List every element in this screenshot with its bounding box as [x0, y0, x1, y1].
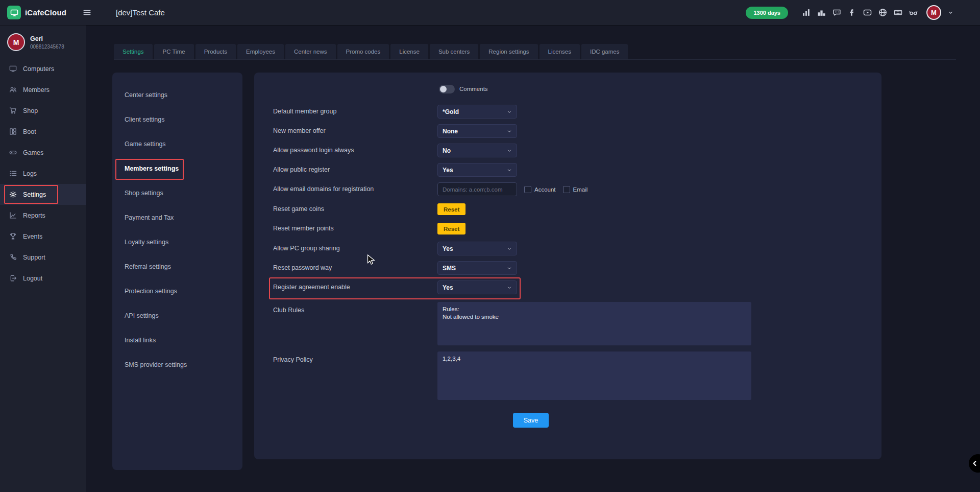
- phone-icon: [9, 253, 17, 261]
- settings-nav-members-settings[interactable]: Members settings: [112, 156, 242, 181]
- select-value: None: [443, 128, 458, 135]
- logout-icon: [9, 274, 17, 282]
- sidebar-user-avatar: M: [7, 33, 25, 51]
- tab-center-news[interactable]: Center news: [285, 44, 336, 59]
- sidebar-item-label: Events: [23, 233, 42, 240]
- settings-nav-shop-settings[interactable]: Shop settings: [112, 181, 242, 205]
- allow-password-login-always-select[interactable]: No: [437, 144, 517, 157]
- podium-icon[interactable]: [817, 8, 826, 17]
- globe-icon[interactable]: [878, 8, 887, 17]
- comments-toggle-label: Comments: [459, 86, 488, 92]
- settings-nav-api-settings[interactable]: API settings: [112, 303, 242, 328]
- email-checkbox[interactable]: [563, 186, 570, 193]
- facebook-icon[interactable]: [848, 8, 856, 17]
- sidebar-item-label: Boot: [23, 128, 36, 135]
- field-label: Register agreement enable: [273, 279, 437, 296]
- tab-products[interactable]: Products: [195, 44, 236, 59]
- stats-icon[interactable]: [802, 8, 811, 17]
- chevron-down-icon: [507, 285, 512, 290]
- allow-public-register-select[interactable]: Yes: [437, 163, 517, 177]
- settings-nav-referral-settings[interactable]: Referral settings: [112, 254, 242, 279]
- sidebar-item-settings[interactable]: Settings: [0, 184, 86, 205]
- sidebar-item-reports[interactable]: Reports: [0, 205, 86, 226]
- new-member-offer-row: New member offerNone: [273, 123, 861, 139]
- new-member-offer-select[interactable]: None: [437, 124, 517, 138]
- field-label: Privacy Policy: [273, 352, 437, 368]
- settings-nav-center-settings[interactable]: Center settings: [112, 83, 242, 107]
- tab-promo-codes[interactable]: Promo codes: [337, 44, 389, 59]
- account-checkbox[interactable]: [524, 186, 531, 193]
- youtube-icon[interactable]: [863, 8, 872, 17]
- app-brand[interactable]: iCafeCloud: [0, 6, 77, 19]
- glasses-icon[interactable]: [909, 8, 918, 17]
- field-label: Allow email domains for registration: [273, 181, 437, 198]
- allow-email-domains-for-registration-input[interactable]: [437, 182, 517, 196]
- sidebar-item-shop[interactable]: Shop: [0, 100, 86, 121]
- chat-icon[interactable]: [832, 8, 841, 17]
- comments-toggle[interactable]: [439, 85, 455, 93]
- privacy-policy-row: Privacy Policy1,2,3,4: [273, 352, 861, 400]
- sidebar-item-events[interactable]: Events: [0, 226, 86, 247]
- tab-idc-games[interactable]: IDC games: [581, 44, 628, 59]
- gear-icon: [9, 191, 17, 198]
- allow-password-login-always-row: Allow password login alwaysNo: [273, 142, 861, 159]
- privacy-policy-textarea[interactable]: 1,2,3,4: [437, 352, 751, 400]
- reset-member-points-button[interactable]: Reset: [437, 223, 465, 235]
- reset-game-coins-button[interactable]: Reset: [437, 203, 465, 215]
- club-rules-textarea[interactable]: Rules: Not allowed to smoke: [437, 302, 751, 345]
- tab-employees[interactable]: Employees: [237, 44, 284, 59]
- cart-icon: [9, 107, 17, 114]
- sidebar-item-support[interactable]: Support: [0, 247, 86, 268]
- sidebar-item-logs[interactable]: Logs: [0, 163, 86, 184]
- reset-member-points-row: Reset member pointsReset: [273, 220, 861, 237]
- user-id: 008812345678: [30, 44, 64, 50]
- allow-pc-group-sharing-select[interactable]: Yes: [437, 242, 517, 255]
- register-agreement-enable-row: Register agreement enableYes: [273, 279, 861, 296]
- tab-license[interactable]: License: [390, 44, 428, 59]
- field-label: Allow password login always: [273, 142, 437, 159]
- tab-bar: SettingsPC TimeProductsEmployeesCenter n…: [114, 44, 956, 60]
- settings-nav-client-settings[interactable]: Client settings: [112, 107, 242, 132]
- user-avatar[interactable]: M: [926, 5, 941, 20]
- settings-nav-protection-settings[interactable]: Protection settings: [112, 279, 242, 303]
- chevron-down-icon: [507, 129, 512, 134]
- default-member-group-select[interactable]: *Gold: [437, 105, 517, 119]
- tab-region-settings[interactable]: Region settings: [480, 44, 537, 59]
- register-agreement-enable-select[interactable]: Yes: [437, 280, 517, 294]
- topbar-actions: 1300 days M: [746, 5, 980, 20]
- tab-sub-centers[interactable]: Sub centers: [430, 44, 478, 59]
- gamepad-icon: [9, 149, 17, 156]
- save-button[interactable]: Save: [513, 413, 549, 428]
- select-value: Yes: [443, 245, 453, 252]
- sidebar-item-label: Logout: [23, 275, 42, 282]
- settings-nav-sms-provider-settings[interactable]: SMS provider settings: [112, 353, 242, 377]
- club-rules-row: Club RulesRules: Not allowed to smoke: [273, 302, 861, 345]
- allow-public-register-row: Allow public registerYes: [273, 161, 861, 178]
- subscription-days-badge[interactable]: 1300 days: [746, 7, 788, 19]
- sidebar-item-boot[interactable]: Boot: [0, 121, 86, 142]
- sidebar-item-members[interactable]: Members: [0, 79, 86, 100]
- keyboard-icon[interactable]: [894, 8, 902, 17]
- reset-password-way-select[interactable]: SMS: [437, 261, 517, 275]
- reset-game-coins-row: Reset game coinsReset: [273, 201, 861, 218]
- field-label: Default member group: [273, 103, 437, 120]
- toggle-knob: [440, 86, 447, 92]
- sidebar-item-logout[interactable]: Logout: [0, 268, 86, 289]
- select-value: Yes: [443, 167, 453, 174]
- tab-pc-time[interactable]: PC Time: [154, 44, 194, 59]
- sidebar-item-computers[interactable]: Computers: [0, 58, 86, 79]
- sidebar-user-card[interactable]: M Geri 008812345678: [0, 25, 86, 58]
- sidebar-item-label: Support: [23, 254, 45, 261]
- field-label: Allow public register: [273, 161, 437, 178]
- tab-settings[interactable]: Settings: [114, 44, 153, 59]
- tab-licenses[interactable]: Licenses: [540, 44, 580, 59]
- menu-toggle-icon[interactable]: [83, 8, 91, 17]
- settings-nav-loyalty-settings[interactable]: Loyalty settings: [112, 230, 242, 254]
- sidebar-item-games[interactable]: Games: [0, 142, 86, 163]
- settings-nav-payment-and-tax[interactable]: Payment and Tax: [112, 205, 242, 230]
- settings-nav-install-links[interactable]: Install links: [112, 328, 242, 353]
- field-label: New member offer: [273, 123, 437, 139]
- main-content: SettingsPC TimeProductsEmployeesCenter n…: [86, 25, 980, 492]
- settings-nav-game-settings[interactable]: Game settings: [112, 132, 242, 156]
- chevron-down-icon[interactable]: [948, 10, 953, 15]
